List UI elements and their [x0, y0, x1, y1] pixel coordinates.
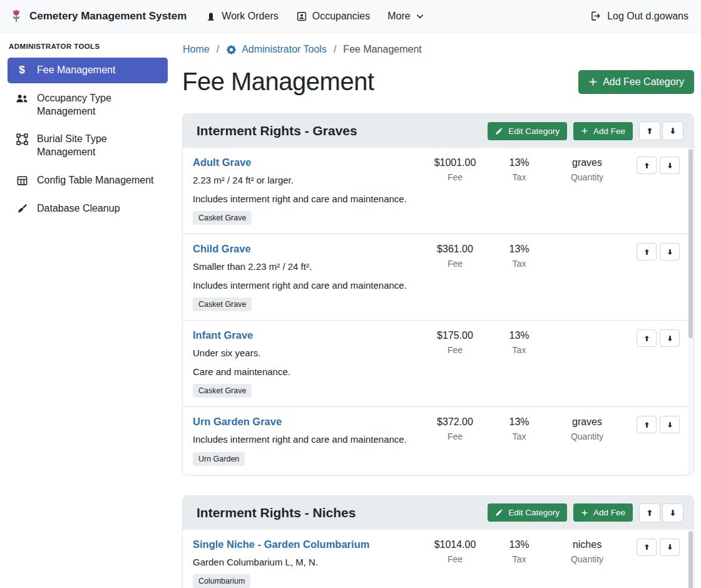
fee-tax-label: Tax	[486, 554, 552, 564]
sidebar-item-label: Burial Site Type Management	[37, 133, 160, 159]
breadcrumb-home-link[interactable]: Home	[183, 44, 210, 55]
edit-category-button[interactable]: Edit Category	[488, 122, 567, 140]
fee-row: Urn Garden Grave Includes interment righ…	[183, 406, 693, 475]
gear-icon	[226, 44, 237, 55]
fee-name-link[interactable]: Single Niche - Garden Columbarium	[193, 539, 369, 550]
move-fee-up-button[interactable]	[637, 416, 657, 433]
tulip-logo	[9, 9, 24, 24]
fee-name-link[interactable]: Infant Grave	[193, 329, 253, 341]
vector-square-icon	[15, 133, 29, 145]
sidebar-item-fee-management[interactable]: $ Fee Management	[8, 58, 168, 83]
scrollbar-thumb[interactable]	[688, 531, 693, 588]
chevron-down-icon	[416, 12, 424, 21]
fee-tax-label: Tax	[486, 259, 552, 269]
fee-type-tag: Casket Grave	[193, 211, 252, 225]
fee-category-title: Interment Rights - Niches	[193, 505, 488, 520]
move-fee-down-button[interactable]	[660, 243, 680, 260]
fee-quantity-label: Quantity	[552, 431, 622, 441]
sidebar-item-burial-site-type-management[interactable]: Burial Site Type Management	[8, 126, 168, 165]
sidebar-item-database-cleanup[interactable]: Database Cleanup	[8, 196, 168, 222]
fee-name-link[interactable]: Urn Garden Grave	[193, 416, 282, 428]
fee-quantity-column: graves Quantity	[552, 157, 622, 182]
fee-details: Single Niche - Garden Columbarium Garden…	[193, 539, 424, 588]
fee-name-link[interactable]: Adult Grave	[193, 157, 252, 168]
category-actions: Edit Category Add Fee	[488, 503, 683, 522]
nav-item-label: Occupancies	[312, 11, 371, 22]
fee-category-title: Interment Rights - Graves	[193, 123, 488, 138]
fee-amount-column: $1014.00 Fee	[424, 539, 486, 564]
nav-item-more[interactable]: More	[379, 6, 432, 27]
arrow-up-icon	[643, 248, 651, 256]
fee-description: 2.23 m² / 24 ft² or larger.	[193, 173, 412, 188]
fee-amount-value: $175.00	[424, 330, 486, 341]
move-fee-down-button[interactable]	[660, 416, 680, 433]
fee-tax-column: 13% Tax	[486, 416, 552, 441]
arrow-down-icon	[666, 334, 674, 343]
sidebar-item-occupancy-type-management[interactable]: Occupancy Type Management	[8, 86, 168, 125]
fee-amount-label: Fee	[424, 554, 486, 564]
plus-icon	[581, 127, 588, 135]
fee-description-2: Care and maintenance.	[193, 365, 412, 379]
plus-icon	[588, 77, 598, 86]
fee-type-tag: Urn Garden	[193, 452, 245, 466]
fee-category-body: Adult Grave 2.23 m² / 24 ft² or larger. …	[183, 148, 693, 475]
fee-tax-column: 13% Tax	[486, 243, 552, 269]
move-category-down-button[interactable]	[662, 503, 683, 522]
broom-icon	[15, 202, 29, 215]
arrow-down-icon	[666, 421, 674, 429]
fee-row-actions	[622, 243, 680, 260]
add-fee-category-button[interactable]: Add Fee Category	[578, 70, 694, 94]
arrow-up-icon	[643, 162, 651, 170]
fee-name-link[interactable]: Child Grave	[193, 243, 251, 255]
scrollbar-thumb[interactable]	[688, 149, 693, 338]
fee-amount-value: $361.00	[424, 244, 486, 255]
move-fee-up-button[interactable]	[637, 157, 657, 174]
fee-amount-label: Fee	[424, 172, 486, 182]
breadcrumb-admin-tools-link[interactable]: Administrator Tools	[226, 44, 327, 55]
arrow-up-icon	[643, 334, 651, 343]
card-scrollbar[interactable]	[688, 148, 693, 475]
nav-item-work-orders[interactable]: Work Orders	[197, 6, 287, 27]
move-category-down-button[interactable]	[662, 121, 683, 140]
move-fee-up-button[interactable]	[637, 329, 657, 347]
fee-tax-value: 13%	[486, 416, 552, 428]
fee-amount-label: Fee	[424, 345, 486, 355]
move-category-up-button[interactable]	[639, 121, 660, 140]
fee-category-card: Interment Rights - Graves Edit Category …	[182, 113, 694, 475]
fee-tax-value: 13%	[486, 244, 552, 255]
sidebar-item-config-table-management[interactable]: Config Table Management	[8, 168, 168, 193]
app-brand[interactable]: Cemetery Management System	[9, 9, 187, 24]
brand-label: Cemetery Management System	[29, 10, 187, 23]
fee-description: Includes interment right and care and ma…	[193, 433, 412, 447]
fee-row: Adult Grave 2.23 m² / 24 ft² or larger. …	[183, 148, 693, 234]
arrow-up-icon	[643, 421, 651, 429]
card-scrollbar[interactable]	[688, 530, 693, 588]
arrow-down-icon	[668, 508, 677, 517]
move-fee-down-button[interactable]	[660, 539, 680, 556]
fee-description: Garden Columbarium L, M, N.	[193, 555, 412, 570]
add-fee-button[interactable]: Add Fee	[573, 503, 633, 522]
fee-description-2: Includes interment right and care and ma…	[193, 192, 412, 207]
add-fee-label: Add Fee	[593, 508, 625, 517]
fee-type-tag: Casket Grave	[193, 297, 252, 311]
fee-tax-value: 13%	[486, 157, 552, 168]
move-fee-up-button[interactable]	[637, 243, 657, 260]
fee-details: Child Grave Smaller than 2.23 m² / 24 ft…	[193, 243, 424, 311]
move-fee-down-button[interactable]	[660, 329, 680, 347]
move-fee-up-button[interactable]	[637, 539, 657, 556]
fee-details: Urn Garden Grave Includes interment righ…	[193, 416, 424, 466]
move-category-up-button[interactable]	[639, 503, 660, 522]
fee-amount-column: $372.00 Fee	[424, 416, 486, 441]
edit-category-button[interactable]: Edit Category	[488, 503, 567, 522]
add-fee-button[interactable]: Add Fee	[573, 122, 633, 140]
breadcrumb-current-page: Fee Management	[343, 44, 421, 55]
sidebar-item-label: Config Table Management	[37, 174, 154, 187]
fee-quantity-label: Quantity	[552, 172, 622, 182]
logout-button[interactable]: Log Out d.gowans	[586, 5, 692, 27]
move-fee-down-button[interactable]	[660, 157, 680, 174]
fee-tax-label: Tax	[486, 172, 552, 182]
fee-row: Infant Grave Under six years. Care and m…	[183, 320, 693, 406]
nav-menu: Work Orders Occupancies More	[197, 6, 432, 27]
nav-item-occupancies[interactable]: Occupancies	[287, 6, 379, 27]
category-actions: Edit Category Add Fee	[488, 121, 683, 140]
